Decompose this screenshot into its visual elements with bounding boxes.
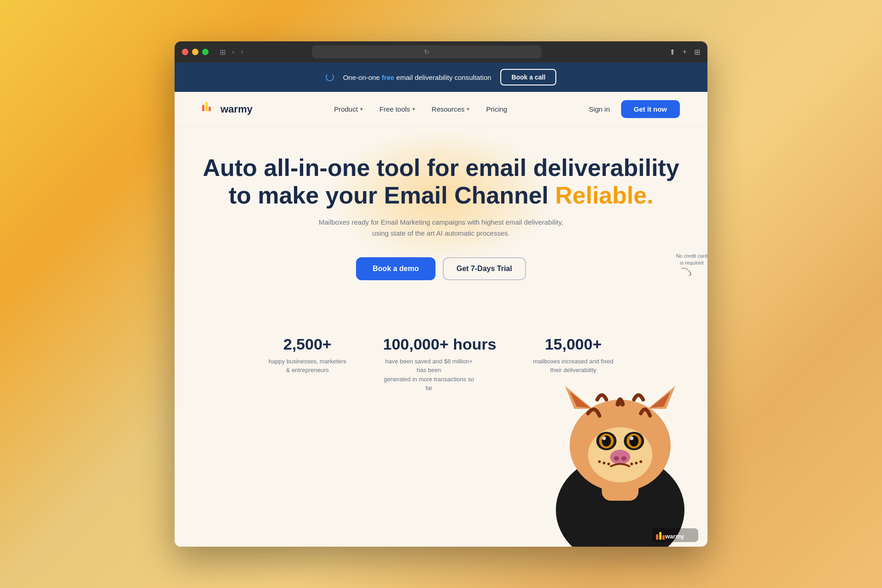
- hero-section: Auto all-in-one tool for email deliverab…: [175, 127, 707, 326]
- nav-free-tools-label: Free tools: [379, 105, 410, 113]
- nav-actions: Sign in Get it now: [589, 100, 680, 118]
- nav-pricing[interactable]: Pricing: [486, 105, 507, 113]
- svg-point-17: [614, 456, 619, 461]
- stat-item-hours: 100,000+ hours have been saved and $8 mi…: [383, 335, 497, 393]
- arrow-icon: [681, 267, 695, 277]
- svg-rect-27: [659, 532, 662, 540]
- loading-spinner: ↻: [424, 48, 430, 56]
- announcement-bar: One-on-one free email deliverability con…: [175, 62, 707, 92]
- svg-text:warmy: warmy: [665, 533, 684, 540]
- nav-resources-label: Resources: [432, 105, 465, 113]
- svg-rect-28: [662, 535, 665, 540]
- trial-button[interactable]: Get 7-Days Trial: [443, 257, 526, 280]
- hero-subtitle: Mailboxes ready for Email Marketing camp…: [202, 217, 680, 239]
- nav-product-label: Product: [334, 105, 358, 113]
- hero-title: Auto all-in-one tool for email deliverab…: [202, 154, 680, 209]
- browser-actions: ⬆ + ⊞: [669, 48, 700, 57]
- svg-point-23: [635, 462, 638, 464]
- get-it-now-button[interactable]: Get it now: [621, 100, 680, 118]
- book-demo-button[interactable]: Book a demo: [356, 257, 435, 280]
- svg-point-14: [602, 436, 606, 440]
- svg-point-21: [607, 463, 610, 465]
- svg-point-15: [630, 436, 633, 440]
- navbar: warmy Product ▾ Free tools ▾ Resources ▾…: [175, 92, 707, 127]
- stat-number-businesses: 2,500+: [269, 335, 346, 353]
- address-bar[interactable]: ↻: [312, 45, 542, 58]
- tiger-svg: warmy: [533, 317, 707, 547]
- hero-subtitle-line1: Mailboxes ready for Email Marketing camp…: [319, 218, 563, 226]
- logo-icon: [202, 102, 217, 117]
- nav-free-tools[interactable]: Free tools ▾: [379, 105, 415, 113]
- nav-resources[interactable]: Resources ▾: [432, 105, 470, 113]
- book-call-button[interactable]: Book a call: [500, 69, 556, 85]
- minimize-button[interactable]: [192, 49, 198, 55]
- back-icon[interactable]: ‹: [230, 48, 236, 57]
- svg-point-16: [610, 450, 630, 464]
- chevron-down-icon: ▾: [413, 106, 415, 112]
- logo[interactable]: warmy: [202, 102, 253, 117]
- nav-product[interactable]: Product ▾: [334, 105, 363, 113]
- svg-point-22: [639, 460, 642, 463]
- stat-item-businesses: 2,500+ happy businesses, marketers & ent…: [269, 335, 346, 393]
- no-credit-card-note: No credit cardis required: [676, 253, 707, 277]
- stat-description-hours: have been saved and $8 million+ has been…: [383, 357, 475, 393]
- hero-title-line1: Auto all-in-one tool for email deliverab…: [203, 154, 679, 181]
- nav-buttons: ⊞ ‹ ›: [218, 48, 245, 57]
- svg-point-20: [603, 462, 605, 464]
- new-tab-icon[interactable]: +: [683, 48, 687, 57]
- hero-title-reliable: Reliable.: [555, 182, 654, 209]
- close-button[interactable]: [182, 49, 188, 55]
- stat-number-hours: 100,000+ hours: [383, 335, 497, 353]
- sidebar-toggle-icon[interactable]: ⊞: [218, 48, 227, 57]
- cta-area: Book a demo Get 7-Days Trial No credit c…: [202, 257, 680, 280]
- sign-in-button[interactable]: Sign in: [589, 105, 610, 113]
- svg-point-18: [621, 456, 627, 461]
- no-credit-text: No credit cardis required: [676, 253, 707, 267]
- stat-description-businesses: happy businesses, marketers & entreprene…: [269, 357, 346, 375]
- traffic-lights: [182, 49, 209, 55]
- hero-title-line2-prefix: to make your Email Channel: [229, 182, 555, 209]
- forward-icon[interactable]: ›: [239, 48, 245, 57]
- chevron-down-icon: ▾: [467, 106, 469, 112]
- nav-pricing-label: Pricing: [486, 105, 507, 113]
- svg-point-19: [598, 460, 601, 463]
- chevron-down-icon: ▾: [360, 106, 363, 112]
- grid-icon[interactable]: ⊞: [694, 48, 700, 57]
- loading-icon: [326, 73, 334, 81]
- announcement-text: One-on-one free email deliverability con…: [343, 74, 492, 81]
- maximize-button[interactable]: [202, 49, 209, 55]
- svg-point-24: [630, 463, 633, 465]
- share-icon[interactable]: ⬆: [669, 48, 675, 57]
- browser-chrome: ⊞ ‹ › ↻ ⬆ + ⊞: [175, 41, 707, 62]
- svg-rect-26: [656, 534, 658, 540]
- nav-links: Product ▾ Free tools ▾ Resources ▾ Prici…: [334, 105, 507, 113]
- tiger-mascot: warmy: [533, 317, 707, 547]
- logo-text: warmy: [220, 103, 253, 115]
- hero-subtitle-line2: using state of the art AI automatic proc…: [372, 229, 509, 237]
